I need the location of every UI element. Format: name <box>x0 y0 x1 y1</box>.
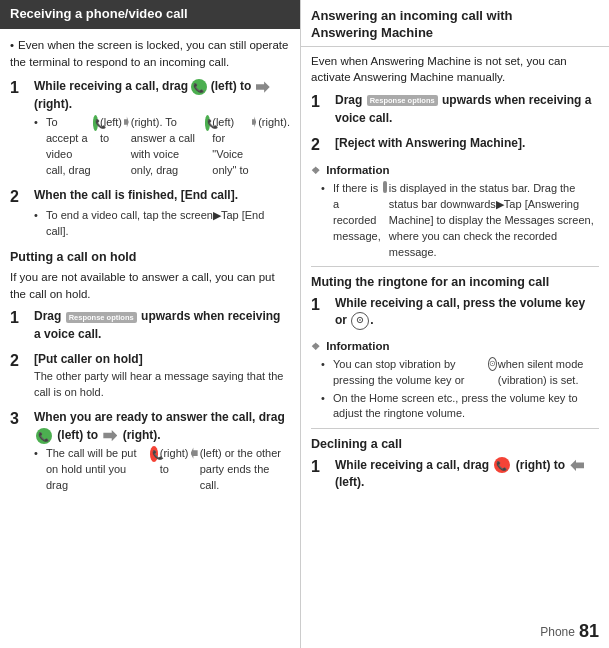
step-receiving-1: 1 While receiving a call, drag (left) to… <box>10 78 290 179</box>
arrow-right-icon-2 <box>124 115 129 129</box>
arrow-left-icon <box>191 446 198 460</box>
info-block-answering: Information If there is a recorded messa… <box>311 162 599 260</box>
response-tag-icon-2: Response options <box>367 95 438 106</box>
recorder-icon <box>383 181 387 193</box>
right-column: Answering an incoming call with Answerin… <box>301 0 609 648</box>
right-main-title: Answering an incoming call with Answerin… <box>301 0 609 47</box>
declining-section-title: Declining a call <box>311 428 599 453</box>
right-intro: Even when Answering Machine is not set, … <box>311 53 599 86</box>
info-header-answering: Information <box>311 162 599 179</box>
info-bullet-answering-1: If there is a recorded message, is displ… <box>321 181 599 261</box>
step-putting-1: 1 Drag Response options upwards when rec… <box>10 308 290 343</box>
muting-section-title: Muting the ringtone for an incoming call <box>311 266 599 291</box>
sub-bullet-3: The call will be put on hold until you d… <box>34 446 290 494</box>
vol-icon-2: ⊙ <box>488 357 497 371</box>
intro-bullet: •Even when the screen is locked, you can… <box>10 37 290 70</box>
section-header: Receiving a phone/video call <box>0 0 300 29</box>
step-receiving-2: 2 When the call is finished, [End call].… <box>10 187 290 240</box>
arrow-left-icon-2 <box>570 458 584 472</box>
circle-red-icon-2 <box>494 457 510 473</box>
vol-icon: ⊙ <box>351 312 369 330</box>
left-column: Receiving a phone/video call •Even when … <box>0 0 300 648</box>
arrow-right-icon-3 <box>252 115 257 129</box>
step-answering-1: 1 Drag Response options upwards when rec… <box>311 92 599 127</box>
info-bullet-muting-2: On the Home screen etc., press the volum… <box>321 391 599 423</box>
step-answering-2: 2 [Reject with Answering Machine]. <box>311 135 599 154</box>
circle-green-icon-3 <box>205 115 210 131</box>
left-content-area: •Even when the screen is locked, you can… <box>0 29 300 648</box>
arrow-right-icon-4 <box>103 429 117 443</box>
step-muting-1: 1 While receiving a call, press the volu… <box>311 295 599 330</box>
sub-bullet: To accept a video call, drag (left) to (… <box>34 115 290 179</box>
step-putting-3: 3 When you are ready to answer the call,… <box>10 409 290 494</box>
putting-intro: If you are not available to answer a cal… <box>10 269 290 302</box>
step-putting-2: 2 [Put caller on hold] The other party w… <box>10 351 290 401</box>
circle-green-icon <box>191 79 207 95</box>
page-label: Phone <box>540 625 575 639</box>
circle-green-icon-4 <box>36 428 52 444</box>
info-block-muting: Information You can stop vibration by pr… <box>311 338 599 422</box>
right-content-area: Even when Answering Machine is not set, … <box>301 47 609 506</box>
page-number: 81 <box>579 621 599 642</box>
circle-green-icon-2 <box>93 115 98 131</box>
info-bullet-muting-1: You can stop vibration by pressing the v… <box>321 357 599 389</box>
section-header-text: Receiving a phone/video call <box>10 6 188 21</box>
response-tag-icon: Response options <box>66 312 137 323</box>
putting-section-title: Putting a call on hold <box>10 248 290 266</box>
info-header-muting: Information <box>311 338 599 355</box>
arrow-right-icon <box>256 80 270 94</box>
step-declining-1: 1 While receiving a call, drag (right) t… <box>311 457 599 492</box>
page-footer: Phone 81 <box>301 617 609 648</box>
sub-bullet-2: To end a video call, tap the screen▶Tap … <box>34 208 290 240</box>
circle-red-icon <box>150 446 158 462</box>
